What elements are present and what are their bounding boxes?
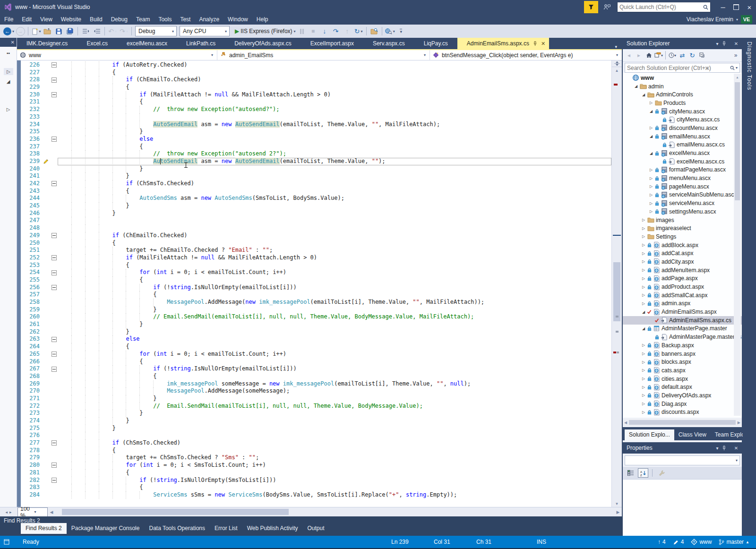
fold-collapse-box[interactable] (52, 255, 57, 260)
scrollbar-thumb[interactable] (62, 509, 289, 515)
tree-item-excelMenu.ascx.cs[interactable]: excelMenu.ascx.cs (623, 157, 742, 166)
search-solution-explorer-input[interactable] (625, 65, 728, 71)
scrollbar-track[interactable] (612, 74, 622, 500)
tree-item-images[interactable]: ▷images (623, 216, 742, 224)
tree-item-Products[interactable]: ▷Products (623, 99, 742, 107)
code-line-262[interactable]: 262} (21, 328, 611, 336)
code-line-243[interactable]: 243{ (21, 188, 611, 195)
bottom-tab-Package Manager Console[interactable]: Package Manager Console (67, 523, 145, 534)
code-line-279[interactable]: 279target += ChSmsTo.Checked ? "Sms" : "… (21, 454, 611, 462)
alphabetical-sort-icon[interactable]: AZ (638, 468, 648, 478)
tree-item-addCat.aspx[interactable]: ▷addCat.aspx (623, 249, 742, 257)
tab-LiqPay.cs[interactable]: LiqPay.cs (414, 38, 457, 49)
member-dropdown[interactable]: btnSendMessage_Click(object sender, Even… (430, 50, 622, 60)
tree-vertical-scrollbar[interactable]: ▲ (734, 74, 741, 416)
code-line-253[interactable]: 253{ (21, 262, 611, 269)
fold-collapse-box[interactable] (52, 352, 57, 357)
expander-closed-icon[interactable]: ▷ (641, 393, 646, 397)
type-dropdown[interactable]: admin_EmailSms▾ (217, 50, 430, 60)
code-line-231[interactable]: 231{ (21, 98, 611, 106)
notifications-filter-button[interactable] (584, 1, 598, 13)
panel-tab-Class View[interactable]: Class View (674, 429, 711, 440)
minimize-button[interactable]: ─ (716, 1, 730, 13)
tree-item-AdminControls[interactable]: ◢AdminControls (623, 90, 742, 99)
step-into-button[interactable]: ↓ (319, 26, 330, 37)
tree-item-addProduct.aspx[interactable]: ▷addProduct.aspx (623, 283, 742, 291)
expander-closed-icon[interactable]: ▷ (641, 410, 646, 414)
tree-item-imgareaselect[interactable]: ▷imgareaselect (623, 224, 742, 232)
code-line-269[interactable]: 269imk_messagePool someMessage = new imk… (21, 380, 611, 388)
refresh-button[interactable]: ↻▾ (353, 26, 364, 37)
expander-closed-icon[interactable]: ▷ (648, 168, 654, 172)
code-line-241[interactable]: 241} (21, 172, 611, 180)
menu-tools[interactable]: Tools (154, 14, 176, 25)
scroll-up-arrow[interactable]: ▲ (612, 67, 622, 74)
tree-item-AdminMasterPage.master[interactable]: ◢AdminMasterPage.master (623, 325, 742, 333)
collapsed-tool-window-strip[interactable]: ✕ ▪▪ ▷ ◢ ▷ (0, 38, 17, 507)
undo-button[interactable]: ↶▾ (107, 26, 118, 37)
menu-team[interactable]: Team (132, 14, 154, 25)
feedback-icon[interactable] (601, 1, 613, 13)
tree-item-formatPageMenu.ascx[interactable]: ▷formatPageMenu.ascx (623, 166, 742, 174)
expander-closed-icon[interactable]: ▷ (641, 377, 646, 381)
tree-item-serviceMainSubMenu.ascx[interactable]: ▷serviceMainSubMenu.ascx (623, 191, 742, 199)
expander-closed-icon[interactable]: ▷ (641, 259, 646, 264)
fold-collapse-box[interactable] (52, 337, 57, 342)
code-line-257[interactable]: 257{ (21, 291, 611, 299)
outdent-button[interactable] (80, 26, 91, 37)
scroll-up-arrow[interactable]: ▲ (734, 74, 741, 81)
code-line-278[interactable]: 278{ (21, 447, 611, 455)
tab-ExcelImport.aspx[interactable]: ExcelImport.aspx (301, 38, 363, 49)
code-line-267[interactable]: 267if (!string.IsNullOrEmpty(emailToList… (21, 365, 611, 373)
properties-content[interactable] (623, 479, 742, 536)
expander-open-icon[interactable]: ◢ (633, 84, 639, 88)
code-line-271[interactable]: 271} (21, 395, 611, 403)
redo-button[interactable]: ↷▾ (119, 26, 129, 37)
stop-button[interactable]: ■ (308, 26, 318, 37)
code-line-239[interactable]: 239AutoSendEmail asm = new AutoSendEmail… (21, 158, 611, 165)
tree-item-cats.aspx[interactable]: ▷cats.aspx (623, 366, 742, 375)
tree-horizontal-scrollbar[interactable]: ◀ ▶ (623, 419, 742, 426)
back-icon[interactable]: ◂ (625, 51, 633, 60)
expander-closed-icon[interactable]: ▷ (648, 201, 654, 206)
close-icon[interactable]: ✕ (541, 41, 545, 47)
code-line-263[interactable]: 263else (21, 335, 611, 343)
project-dropdown[interactable]: www▾ (17, 50, 217, 60)
expander-closed-icon[interactable]: ▷ (648, 184, 654, 189)
tree-item-emailMenu.ascx.cs[interactable]: emailMenu.ascx.cs (623, 141, 742, 149)
code-line-246[interactable]: 246} (21, 210, 611, 217)
tab-Serv.aspx.cs[interactable]: Serv.aspx.cs (363, 38, 414, 49)
expander-closed-icon[interactable]: ▷ (641, 343, 646, 347)
search-icon[interactable]: ▾ (728, 66, 739, 70)
solution-explorer-title-bar[interactable]: Solution Explorer ▾ ✕ (623, 38, 742, 49)
tree-item-addBlock.aspx[interactable]: ▷addBlock.aspx (623, 241, 742, 249)
scroll-left-arrow[interactable]: ◀ (48, 510, 55, 515)
tree-item-default.aspx[interactable]: ▷default.aspx (623, 383, 742, 391)
tree-item-www[interactable]: www (623, 74, 742, 82)
close-button[interactable]: × (743, 1, 756, 13)
menu-edit[interactable]: Edit (17, 14, 36, 25)
tree-item-admin[interactable]: ◢admin (623, 82, 742, 91)
expander-closed-icon[interactable]: ▷ (641, 368, 646, 372)
panel-tab-Solution Explo...[interactable]: Solution Explo... (625, 429, 674, 440)
property-pages-wrench-icon[interactable] (656, 468, 667, 478)
expander-open-icon[interactable]: ◢ (0, 79, 17, 84)
refresh-icon[interactable]: ↻ (688, 51, 696, 60)
code-line-260[interactable]: 260// Email.SendMail(emailToList[i], nul… (21, 313, 611, 321)
tree-item-Diag.aspx[interactable]: ▷Diag.aspx (623, 400, 742, 408)
fold-collapse-box[interactable] (52, 181, 57, 186)
expander-open-icon[interactable]: ◢ (648, 109, 654, 113)
fold-collapse-box[interactable] (52, 233, 57, 238)
step-out-button[interactable]: ↑ (342, 26, 352, 37)
tree-item-AdminEmailSms.aspx[interactable]: ◢AdminEmailSms.aspx (623, 308, 742, 316)
step-over-button[interactable]: ↷ (331, 26, 341, 37)
bottom-tab-Error List[interactable]: Error List (210, 523, 242, 534)
fold-collapse-box[interactable] (52, 62, 57, 68)
tree-item-addCity.aspx[interactable]: ▷addCity.aspx (623, 257, 742, 266)
code-line-248[interactable]: 248 (21, 224, 611, 232)
code-lines[interactable]: 226if (AutoRetry.Checked)227{228if (ChEm… (21, 60, 611, 507)
code-line-280[interactable]: 280for (int i = 0; i < SmsToList.Count; … (21, 462, 611, 469)
zoom-level-dropdown[interactable]: 100 %▾ (17, 507, 48, 517)
tree-item-cityMenu.ascx.cs[interactable]: cityMenu.ascx.cs (623, 115, 742, 124)
tree-item-discountMenu.ascx[interactable]: ▷discountMenu.ascx (623, 124, 742, 132)
